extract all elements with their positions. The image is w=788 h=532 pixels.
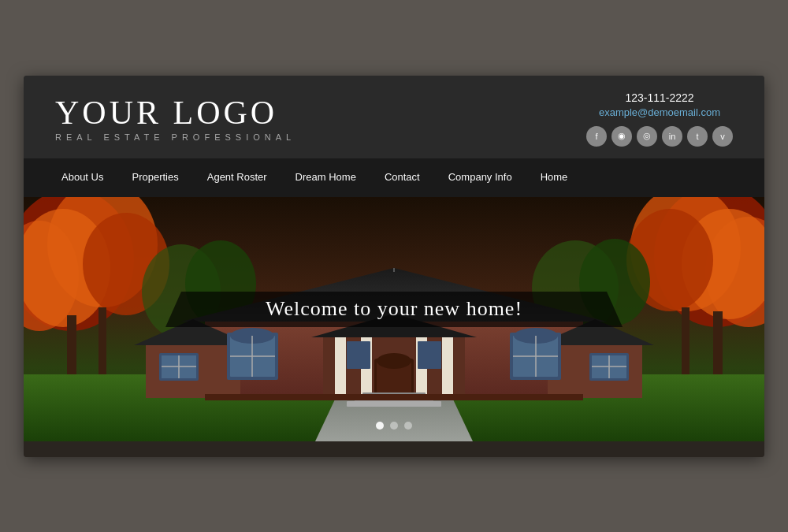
svg-rect-6 bbox=[67, 315, 76, 378]
nav-home[interactable]: Home bbox=[526, 158, 582, 197]
svg-rect-36 bbox=[335, 337, 346, 398]
svg-point-42 bbox=[377, 353, 411, 369]
contact-phone: 123-111-2222 bbox=[625, 91, 693, 104]
svg-rect-65 bbox=[347, 401, 441, 407]
hero-image: Welcome to your new home! bbox=[24, 197, 764, 441]
slider-dot-1[interactable] bbox=[376, 422, 384, 430]
logo-area: YOUR LOGO REAL ESTATE PROFESSIONAL bbox=[55, 96, 296, 142]
facebook-icon[interactable]: f bbox=[586, 126, 607, 147]
contact-area: 123-111-2222 example@demoemail.com f ◉ ◎… bbox=[586, 91, 733, 147]
slider-dot-3[interactable] bbox=[404, 422, 412, 430]
twitter-icon[interactable]: t bbox=[687, 126, 708, 147]
hero-section: Welcome to your new home! bbox=[24, 197, 764, 441]
vimeo-icon[interactable]: v bbox=[712, 126, 733, 147]
logo-tagline: REAL ESTATE PROFESSIONAL bbox=[55, 132, 296, 142]
contact-email[interactable]: example@demoemail.com bbox=[599, 106, 720, 118]
svg-rect-7 bbox=[98, 307, 106, 378]
nav-properties[interactable]: Properties bbox=[117, 158, 192, 197]
svg-rect-66 bbox=[205, 394, 583, 400]
nav-agent-roster[interactable]: Agent Roster bbox=[193, 158, 281, 197]
svg-rect-39 bbox=[442, 337, 453, 398]
browser-wrapper: YOUR LOGO REAL ESTATE PROFESSIONAL 123-1… bbox=[24, 76, 764, 457]
svg-rect-53 bbox=[347, 341, 370, 369]
social-icons: f ◉ ◎ in t v bbox=[586, 126, 733, 147]
instagram-icon[interactable]: ◎ bbox=[637, 126, 657, 147]
nav-dream-home[interactable]: Dream Home bbox=[281, 158, 370, 197]
nav-about-us[interactable]: About Us bbox=[47, 158, 117, 197]
nav-company-info[interactable]: Company Info bbox=[434, 158, 526, 197]
svg-text:Welcome to your new home!: Welcome to your new home! bbox=[266, 297, 522, 320]
linkedin-icon[interactable]: in bbox=[662, 126, 682, 147]
svg-rect-13 bbox=[713, 311, 723, 378]
slider-dots bbox=[376, 422, 412, 430]
site-nav: About Us Properties Agent Roster Dream H… bbox=[24, 158, 764, 197]
svg-rect-14 bbox=[682, 307, 690, 378]
flickr-icon[interactable]: ◉ bbox=[611, 126, 632, 147]
svg-rect-54 bbox=[418, 341, 441, 369]
nav-contact[interactable]: Contact bbox=[370, 158, 434, 197]
slider-dot-2[interactable] bbox=[390, 422, 398, 430]
site-header: YOUR LOGO REAL ESTATE PROFESSIONAL 123-1… bbox=[24, 76, 764, 158]
footer-bar bbox=[24, 441, 764, 457]
logo-text: YOUR LOGO bbox=[55, 96, 296, 129]
